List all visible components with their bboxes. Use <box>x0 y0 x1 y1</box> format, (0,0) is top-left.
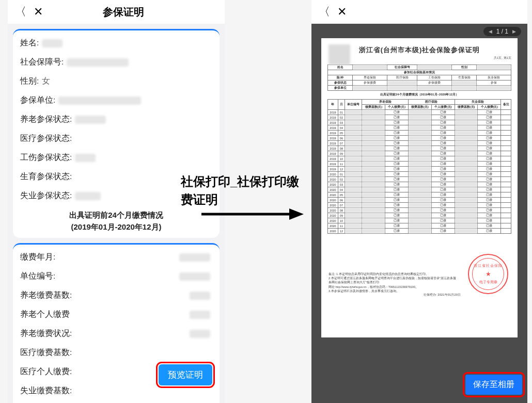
back-icon[interactable]: 〈 <box>319 4 330 20</box>
right-phone-screen: 〈 ✕ ◀ 1 / 1 ▶ 浙江省(台州市本级)社会保险参保证明 共1页, 第1… <box>311 0 527 403</box>
field-label: 失业缴费基数: <box>20 385 72 396</box>
redacted-value <box>75 192 101 200</box>
info-row: 工伤参保状态: <box>20 148 212 167</box>
field-label: 性别: <box>20 76 39 87</box>
info-row: 社会保障号: <box>20 53 212 72</box>
close-icon[interactable]: ✕ <box>337 5 347 19</box>
info-row: 参保单位: <box>20 91 212 110</box>
field-label: 医疗个人缴费: <box>20 366 72 377</box>
back-icon[interactable]: 〈 <box>15 4 26 20</box>
redacted-value <box>58 96 141 105</box>
redacted-value <box>190 330 210 338</box>
payment-row: 养老缴费基数: <box>20 286 212 305</box>
payment-row: 养老个人缴费 <box>20 305 212 324</box>
preview-button[interactable]: 预览证明 <box>159 364 212 385</box>
document-viewer: ◀ 1 / 1 ▶ 浙江省(台州市本级)社会保险参保证明 共1页, 第1页 姓名… <box>311 24 527 403</box>
svg-marker-1 <box>289 208 304 220</box>
field-label: 养老个人缴费 <box>20 309 70 320</box>
info-row: 养老参保状态: <box>20 110 212 129</box>
field-label: 养老参保状态: <box>20 114 72 125</box>
certificate-document: 浙江省(台州市本级)社会保险参保证明 共1页, 第1页 姓名社会保障号性别参加社… <box>321 38 518 337</box>
field-label: 生育参保状态: <box>20 171 72 182</box>
payment-row: 失业个人缴费: <box>20 400 212 403</box>
info-row: 姓名: <box>20 34 212 53</box>
close-icon[interactable]: ✕ <box>34 5 43 19</box>
payment-row: 缴费年月: <box>20 248 212 267</box>
personal-info-table: 姓名社会保障号性别参加社会保险基本情况险 种养老保险医疗保险工伤保险生育保险失业… <box>327 65 511 91</box>
field-label: 参保单位: <box>20 95 55 106</box>
annotation-text: 社保打印_社保打印缴 费证明 <box>181 173 310 209</box>
field-label: 工伤参保状态: <box>20 152 72 163</box>
prev-page-icon[interactable]: ◀ <box>489 29 492 34</box>
next-page-icon[interactable]: ▶ <box>512 29 516 34</box>
card-footer: 出具证明前24个月缴费情况(2019年01月-2020年12月) <box>20 205 212 233</box>
info-row: 医疗参保状态: <box>20 129 212 148</box>
redacted-value <box>190 292 210 300</box>
payment-row: 养老缴费状况: <box>20 324 212 343</box>
redacted-value <box>179 253 210 262</box>
page-title: 参保证明 <box>50 5 217 19</box>
arrow-icon <box>201 206 305 222</box>
redacted-value <box>75 154 96 162</box>
left-header: 〈 ✕ 参保证明 <box>8 0 225 24</box>
redacted-value <box>190 311 210 319</box>
payment-history-table: 年月单位编号养老保险医疗保险失业保险备注缴费基数(元)个人缴费(元)缴费基数(元… <box>327 99 511 234</box>
field-label: 姓名: <box>20 38 39 49</box>
id-photo <box>328 44 350 65</box>
field-label: 养老缴费基数: <box>20 290 72 301</box>
redacted-value <box>75 116 106 124</box>
field-label: 社会保障号: <box>20 57 64 68</box>
save-to-album-button[interactable]: 保存至相册 <box>465 375 522 395</box>
field-label: 缴费年月: <box>20 252 55 263</box>
doc-notes: 备注: 1.本证明信息采用印证时间段内变化情况的信息查询结果核定打印。 2.本证… <box>328 272 458 293</box>
field-label: 医疗参保状态: <box>20 133 72 144</box>
redacted-value <box>179 272 210 281</box>
info-row: 性别: 女 <box>20 72 212 91</box>
doc-page-count: 共1页, 第1页 <box>327 56 511 60</box>
right-header: 〈 ✕ <box>311 0 527 24</box>
field-label: 失业参保状态: <box>20 190 72 201</box>
page-indicator: ◀ 1 / 1 ▶ <box>483 27 521 36</box>
payment-row: 单位编号: <box>20 267 212 286</box>
history-title: 出具证明前24个月缴费情况（2019年01月~2020年12月） <box>327 92 511 97</box>
payment-row: 医疗缴费基数: <box>20 343 212 362</box>
field-label: 单位编号: <box>20 271 55 282</box>
redacted-value <box>42 39 62 47</box>
doc-title: 浙江省(台州市本级)社会保险参保证明 <box>327 45 511 55</box>
page-count: 1 / 1 <box>496 28 508 35</box>
doc-date: 社保经办: 2021年01月20日 <box>424 293 461 297</box>
official-stamp: 浙江省社会保险 ★ 电子专用章 <box>468 254 508 294</box>
field-label: 医疗缴费基数: <box>20 347 72 358</box>
redacted-value <box>67 58 129 67</box>
field-label: 养老缴费状况: <box>20 328 72 339</box>
field-value: 女 <box>42 76 50 87</box>
